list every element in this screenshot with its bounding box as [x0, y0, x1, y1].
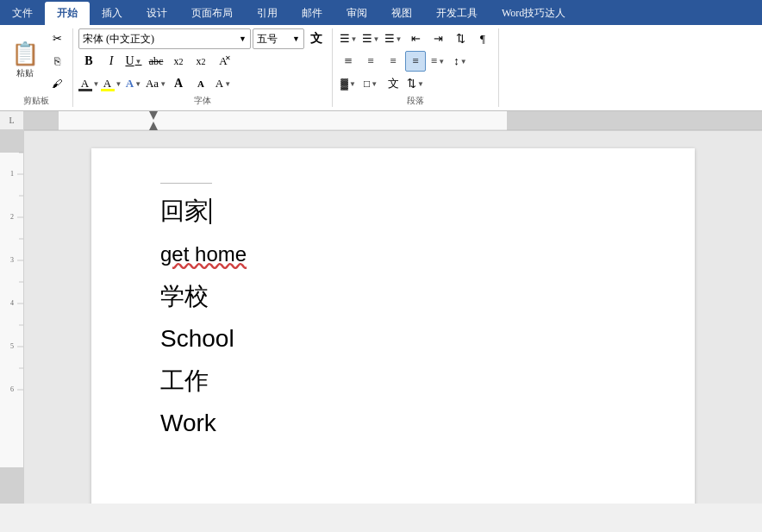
align-dist-icon: ≡: [431, 54, 437, 68]
highlight-button[interactable]: A ▼: [101, 73, 122, 94]
underline-button[interactable]: U ▼: [123, 51, 144, 72]
cut-button[interactable]: ✂: [47, 28, 67, 49]
paragraph-section: ☰ ▼ ☰ ▼ ☰ ▼ ⇤ ⇥ ⇅ ¶ ≡ ≡ ≡: [333, 28, 499, 107]
chinese-layout-button[interactable]: 文: [383, 73, 403, 94]
line-spacing-button[interactable]: ↕ ▼: [450, 51, 471, 72]
font-format-row: B I U ▼ abc x2 x2 A✕: [78, 51, 327, 72]
multilevel-icon: ☰: [384, 32, 395, 46]
paste-label: 粘贴: [16, 67, 34, 79]
border-button[interactable]: □ ▼: [360, 73, 381, 94]
para-row2: ≡ ≡ ≡ ≡ ≡ ▼ ↕ ▼: [338, 51, 493, 72]
line-xuexiao: 学校: [160, 278, 626, 316]
toolbar: 📋 粘贴 ✂ ⎘ 🖌 剪贴板 宋体 (中文正文) ▼ 五号 ▼: [0, 25, 762, 111]
text-dir-dropdown-icon: ▼: [417, 80, 424, 88]
tab-view[interactable]: 视图: [379, 2, 424, 25]
tab-insert[interactable]: 插入: [90, 2, 134, 25]
tab-layout[interactable]: 页面布局: [179, 2, 245, 25]
tab-home[interactable]: 开始: [45, 2, 90, 25]
highlight-icon-stack: A: [101, 77, 115, 91]
strikethrough-button[interactable]: abc: [146, 51, 166, 72]
svg-rect-0: [24, 111, 59, 130]
border-icon: □: [364, 78, 370, 91]
line-gongzuo: 工作: [160, 362, 626, 401]
svg-text:5: 5: [10, 342, 14, 350]
clipboard-small-buttons: ✂ ⎘ 🖌: [47, 28, 67, 94]
font-color-button[interactable]: A ▼: [78, 73, 99, 94]
svg-text:3: 3: [10, 256, 14, 264]
school-text: School: [160, 325, 234, 352]
tab-file[interactable]: 文件: [0, 2, 45, 25]
format-painter-button[interactable]: 🖌: [47, 73, 67, 94]
phonetic-button[interactable]: 文: [306, 28, 327, 49]
font-size-text: 五号: [257, 32, 290, 47]
para-rows: ☰ ▼ ☰ ▼ ☰ ▼ ⇤ ⇥ ⇅ ¶ ≡ ≡ ≡: [338, 28, 493, 94]
align-justify-button[interactable]: ≡: [405, 51, 426, 72]
clear-format-button[interactable]: A✕: [213, 51, 234, 72]
number-list-button[interactable]: ☰ ▼: [360, 28, 381, 49]
case-button[interactable]: Aa ▼: [146, 73, 166, 94]
svg-marker-4: [149, 122, 158, 130]
line-work: Work: [160, 404, 626, 443]
decrease-indent-button[interactable]: ⇤: [405, 28, 426, 49]
char-spacing-dropdown-icon: ▼: [224, 80, 231, 88]
xuexiao-text: 学校: [160, 283, 209, 310]
svg-text:6: 6: [10, 385, 14, 393]
vertical-ruler: 1 2 3 4 5 6: [0, 131, 24, 504]
tab-review[interactable]: 审阅: [334, 2, 379, 25]
show-marks-button[interactable]: ¶: [472, 28, 493, 49]
svg-rect-1: [507, 111, 762, 130]
tab-mail[interactable]: 邮件: [290, 2, 334, 25]
superscript-button[interactable]: x2: [190, 51, 211, 72]
font-color-bar: [78, 89, 92, 91]
ruler-container: L: [0, 111, 762, 131]
font-size-selector[interactable]: 五号 ▼: [253, 28, 304, 49]
align-left-button[interactable]: ≡: [338, 51, 359, 72]
sort-button[interactable]: ⇅: [450, 28, 471, 49]
clipboard-label: 剪贴板: [5, 94, 67, 107]
bullet-list-button[interactable]: ☰ ▼: [338, 28, 359, 49]
line-spacing-icon: ↕: [453, 54, 459, 68]
ruler-corner[interactable]: L: [0, 111, 24, 130]
paste-button[interactable]: 📋 粘贴: [5, 41, 45, 82]
align-distribute-button[interactable]: ≡ ▼: [428, 51, 448, 72]
tab-wordtips[interactable]: Word技巧达人: [490, 2, 578, 25]
italic-button[interactable]: I: [101, 51, 122, 72]
line-gethome: get home: [160, 238, 247, 271]
text-effect-button[interactable]: A ▼: [123, 73, 144, 94]
para-row3: ▓ ▼ □ ▼ 文 ⇅ ▼: [338, 73, 493, 94]
align-center-button[interactable]: ≡: [360, 51, 381, 72]
top-underline: [160, 183, 212, 184]
align-right-button[interactable]: ≡: [383, 51, 403, 72]
clipboard-row: 📋 粘贴 ✂ ⎘ 🖌: [5, 28, 67, 94]
horizontal-ruler: [24, 111, 762, 130]
font-size-dropdown-icon[interactable]: ▼: [292, 34, 300, 43]
font-selector-row: 宋体 (中文正文) ▼ 五号 ▼ 文: [78, 28, 327, 49]
tab-design[interactable]: 设计: [134, 2, 179, 25]
svg-text:1: 1: [10, 170, 14, 178]
bold-button[interactable]: B: [78, 51, 99, 72]
text-direction-button[interactable]: ⇅ ▼: [405, 73, 426, 94]
svg-text:2: 2: [10, 213, 14, 221]
underline-dropdown-icon: ▼: [135, 58, 142, 66]
copy-button[interactable]: ⎘: [47, 51, 67, 72]
highlight-color-bar: [101, 89, 115, 91]
font-name-dropdown-icon[interactable]: ▼: [239, 34, 247, 43]
size-down-button[interactable]: A: [190, 73, 211, 94]
multilevel-list-button[interactable]: ☰ ▼: [383, 28, 403, 49]
char-spacing-button[interactable]: A ▼: [213, 73, 234, 94]
font-name-selector[interactable]: 宋体 (中文正文) ▼: [78, 28, 251, 49]
document-page[interactable]: 回家 get home 学校 School 工作: [91, 148, 695, 504]
paragraph-label: 段落: [338, 94, 493, 107]
bullet-list-icon: ☰: [340, 32, 350, 46]
tab-devtools[interactable]: 开发工具: [424, 2, 490, 25]
shading-button[interactable]: ▓ ▼: [338, 73, 359, 94]
clipboard-section: 📋 粘贴 ✂ ⎘ 🖌 剪贴板: [0, 28, 73, 107]
paste-icon: 📋: [11, 43, 39, 66]
text-effect-A: A: [126, 77, 134, 91]
align-dist-dropdown-icon: ▼: [438, 58, 445, 66]
increase-indent-button[interactable]: ⇥: [428, 28, 448, 49]
size-up-button[interactable]: A: [168, 73, 189, 94]
multilevel-dropdown-icon: ▼: [396, 35, 403, 43]
subscript-button[interactable]: x2: [168, 51, 189, 72]
tab-references[interactable]: 引用: [245, 2, 290, 25]
